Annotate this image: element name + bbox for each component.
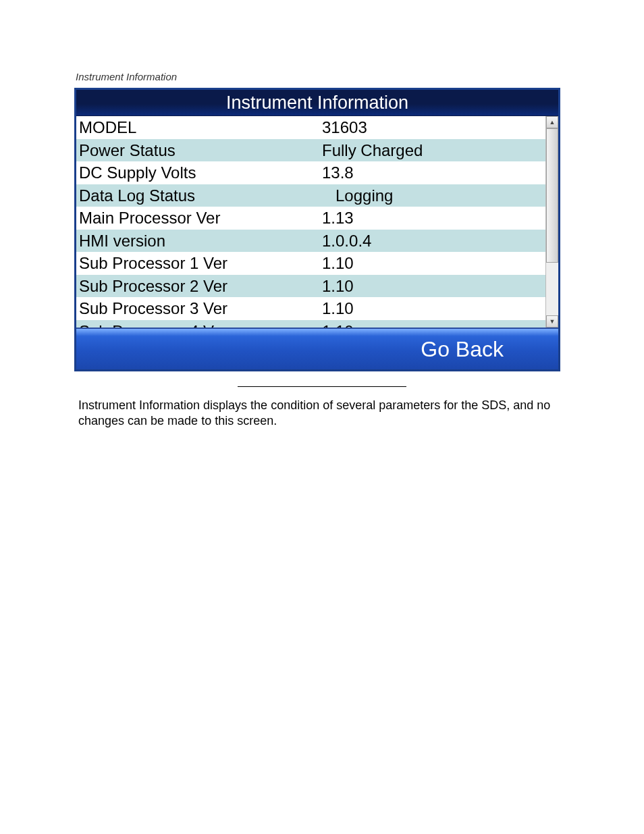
scroll-up-button[interactable]: ▲ [546,116,558,128]
table-row: DC Supply Volts13.8 [76,161,545,184]
row-value: 1.10 [322,252,545,275]
row-value: 13.8 [322,161,545,184]
row-label: MODEL [76,116,322,139]
panel-title: Instrument Information [76,90,558,116]
info-list: MODEL31603Power StatusFully ChargedDC Su… [76,116,545,328]
row-label: Data Log Status [76,184,322,207]
figure-caption: Instrument Information [76,71,570,82]
table-row: Power StatusFully Charged [76,139,545,162]
row-value: 1.10 [322,275,545,298]
row-label: Main Processor Ver [76,207,322,230]
row-label: DC Supply Volts [76,161,322,184]
row-label: Power Status [76,139,322,162]
chevron-down-icon: ▼ [549,318,556,325]
row-value: 1.10 [322,297,545,320]
info-list-viewport: MODEL31603Power StatusFully ChargedDC Su… [76,116,545,328]
row-value: Logging [322,184,545,207]
divider [238,386,406,387]
row-label: Sub Processor 4 Ver [76,320,322,328]
table-row: Data Log StatusLogging [76,184,545,207]
row-label: Sub Processor 2 Ver [76,275,322,298]
table-row: HMI version1.0.0.4 [76,230,545,253]
panel-button-bar: Go Back [76,328,558,369]
info-list-frame: MODEL31603Power StatusFully ChargedDC Su… [76,116,558,328]
scroll-track[interactable] [546,128,558,315]
scroll-down-button[interactable]: ▼ [546,315,558,328]
body-paragraph: Instrument Information displays the cond… [78,398,566,429]
row-value: 31603 [322,116,545,139]
row-value: Fully Charged [322,139,545,162]
scroll-thumb[interactable] [546,128,558,263]
table-row: Sub Processor 1 Ver1.10 [76,252,545,275]
table-row: Sub Processor 2 Ver1.10 [76,275,545,298]
row-label: HMI version [76,230,322,253]
table-row: Sub Processor 3 Ver1.10 [76,297,545,320]
table-row: Sub Processor 4 Ver1.10 [76,320,545,328]
vertical-scrollbar[interactable]: ▲ ▼ [545,116,558,328]
row-value: 1.10 [322,320,545,328]
row-label: Sub Processor 1 Ver [76,252,322,275]
row-label: Sub Processor 3 Ver [76,297,322,320]
chevron-up-icon: ▲ [549,119,556,126]
instrument-info-panel: Instrument Information MODEL31603Power S… [74,88,560,371]
row-value: 1.13 [322,207,545,230]
row-value: 1.0.0.4 [322,230,545,253]
table-row: MODEL31603 [76,116,545,139]
table-row: Main Processor Ver1.13 [76,207,545,230]
go-back-button[interactable]: Go Back [417,336,508,363]
